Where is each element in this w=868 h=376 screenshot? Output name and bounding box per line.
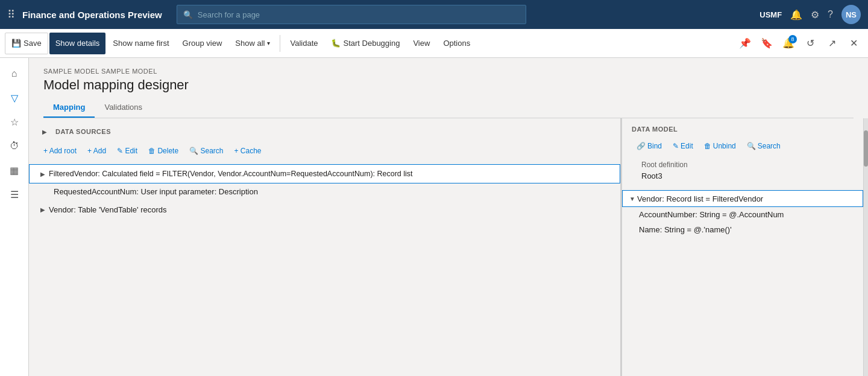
edit-button[interactable]: ✎ Edit <box>112 142 142 159</box>
tab-mapping[interactable]: Mapping <box>43 98 95 118</box>
data-sources-tree: ▶ FilteredVendor: Calculated field = FIL… <box>29 164 620 376</box>
top-navigation: ⠿ Finance and Operations Preview 🔍 USMF … <box>0 0 868 29</box>
root-definition-value: Root3 <box>641 171 844 180</box>
root-definition-section: Root definition Root3 <box>632 161 854 185</box>
page-title: Model mapping designer <box>43 77 854 93</box>
bind-icon: 🔗 <box>637 142 646 150</box>
options-button[interactable]: Options <box>437 33 476 54</box>
show-all-button[interactable]: Show all ▾ <box>229 33 276 54</box>
dm-tree-row-vendor-record[interactable]: ▼ Vendor: Record list = FilteredVendor <box>622 190 863 207</box>
data-sources-header: ▶ DATA SOURCES <box>29 118 620 142</box>
unbind-icon: 🗑 <box>704 142 711 150</box>
open-in-new-icon[interactable]: ↗ <box>822 34 841 53</box>
data-model-toolbar: 🔗 Bind ✎ Edit 🗑 Unbind 🔍 <box>632 138 854 155</box>
tree-row-vendor[interactable]: ▶ Vendor: Table 'VendTable' records <box>29 200 620 219</box>
designer-area: ▶ DATA SOURCES + Add root + Add ✎ Edit 🗑… <box>29 118 868 376</box>
page-tabs: Mapping Validations <box>43 98 854 118</box>
save-icon: 💾 <box>11 39 21 48</box>
search-input[interactable] <box>198 10 520 19</box>
sidebar-item-recent[interactable]: ⏱ <box>4 135 25 157</box>
app-grid-icon[interactable]: ⠿ <box>7 8 15 21</box>
toolbar-separator <box>280 35 280 52</box>
dm-search-icon: 🔍 <box>747 142 756 150</box>
dm-edit-button[interactable]: ✎ Edit <box>668 138 698 155</box>
page-header: SAMPLE MODEL SAMPLE MODEL Model mapping … <box>29 58 868 118</box>
breadcrumb: SAMPLE MODEL SAMPLE MODEL <box>43 68 854 75</box>
main-layout: ⌂ ▽ ☆ ⏱ ▦ ☰ SAMPLE MODEL SAMPLE MODEL Mo… <box>0 58 868 376</box>
search-button[interactable]: 🔍 Search <box>184 142 228 159</box>
notification-icon[interactable]: 🔔 <box>790 9 802 21</box>
right-scrollbar[interactable] <box>863 118 868 376</box>
global-search-bar[interactable]: 🔍 <box>177 5 526 24</box>
sidebar-item-filter[interactable]: ▽ <box>4 87 25 109</box>
sidebar-item-calendar[interactable]: ▦ <box>4 159 25 181</box>
sidebar-item-home[interactable]: ⌂ <box>4 63 25 84</box>
search-icon: 🔍 <box>183 10 193 19</box>
vendor-label: Vendor: Table 'VendTable' records <box>49 205 167 214</box>
validate-button[interactable]: Validate <box>284 33 324 54</box>
page-toolbar: 💾 Save Show details Show name first Grou… <box>0 29 868 58</box>
toolbar-right-actions: 📌 🔖 🔔 8 ↺ ↗ ✕ <box>735 34 863 53</box>
sidebar-item-list[interactable]: ☰ <box>4 183 25 205</box>
data-model-panel: DATA MODEL 🔗 Bind ✎ Edit 🗑 Unbind <box>622 118 863 376</box>
start-debugging-button[interactable]: 🐛 Start Debugging <box>325 33 406 54</box>
data-model-header: DATA MODEL 🔗 Bind ✎ Edit 🗑 Unbind <box>622 118 863 190</box>
account-number-label: AccountNumber: String = @.AccountNum <box>639 210 784 219</box>
company-selector[interactable]: USMF <box>760 10 782 19</box>
bind-button[interactable]: 🔗 Bind <box>632 138 667 155</box>
tree-row-filtered-vendor[interactable]: ▶ FilteredVendor: Calculated field = FIL… <box>29 164 620 183</box>
add-button[interactable]: + Add <box>83 142 111 159</box>
data-sources-panel: ▶ DATA SOURCES + Add root + Add ✎ Edit 🗑… <box>29 118 622 376</box>
top-nav-right: USMF 🔔 ⚙ ? NS <box>760 5 861 24</box>
save-button[interactable]: 💾 Save <box>5 33 48 54</box>
close-icon[interactable]: ✕ <box>844 34 863 53</box>
expand-vendor-icon[interactable]: ▶ <box>37 203 49 215</box>
show-details-button[interactable]: Show details <box>49 33 106 54</box>
debug-icon: 🐛 <box>331 39 341 48</box>
dm-edit-icon: ✎ <box>673 142 679 150</box>
sidebar-item-favorites[interactable]: ☆ <box>4 111 25 133</box>
dm-search-button[interactable]: 🔍 Search <box>742 138 785 155</box>
show-name-first-button[interactable]: Show name first <box>107 33 175 54</box>
root-definition-label: Root definition <box>641 161 844 169</box>
filtered-vendor-label: FilteredVendor: Calculated field = FILTE… <box>49 170 413 178</box>
app-title: Finance and Operations Preview <box>22 10 162 20</box>
refresh-icon[interactable]: ↺ <box>800 34 820 53</box>
tab-validations[interactable]: Validations <box>95 98 152 118</box>
ds-collapse-button[interactable]: ▶ <box>39 126 51 138</box>
help-icon[interactable]: ? <box>828 9 833 20</box>
expand-filtered-vendor-icon[interactable]: ▶ <box>37 168 49 180</box>
collapse-vendor-record-icon[interactable]: ▼ <box>627 194 637 203</box>
group-view-button[interactable]: Group view <box>177 33 228 54</box>
avatar[interactable]: NS <box>841 5 861 24</box>
data-model-tree: ▼ Vendor: Record list = FilteredVendor A… <box>622 190 863 376</box>
main-content: SAMPLE MODEL SAMPLE MODEL Model mapping … <box>29 58 868 376</box>
pin-icon[interactable]: 📌 <box>735 34 755 53</box>
bookmark-icon[interactable]: 🔖 <box>757 34 776 53</box>
vendor-record-label: Vendor: Record list = FilteredVendor <box>637 194 763 203</box>
dm-tree-row-account-number[interactable]: AccountNumber: String = @.AccountNum <box>622 207 863 222</box>
delete-button[interactable]: 🗑 Delete <box>143 142 183 159</box>
data-model-title: DATA MODEL <box>632 126 854 133</box>
settings-icon[interactable]: ⚙ <box>811 9 819 21</box>
add-root-button[interactable]: + Add root <box>39 142 81 159</box>
show-all-dropdown-icon: ▾ <box>267 40 270 46</box>
unbind-button[interactable]: 🗑 Unbind <box>699 138 741 155</box>
left-sidebar: ⌂ ▽ ☆ ⏱ ▦ ☰ <box>0 58 29 376</box>
tree-row-requested-account[interactable]: RequestedAccountNum: User input paramete… <box>29 183 620 200</box>
requested-account-label: RequestedAccountNum: User input paramete… <box>54 187 258 196</box>
dm-tree-row-name[interactable]: Name: String = @.'name()' <box>622 222 863 237</box>
cache-button[interactable]: + Cache <box>229 142 266 159</box>
scrollbar-thumb[interactable] <box>864 130 868 167</box>
data-sources-title: DATA SOURCES <box>55 128 111 135</box>
name-label: Name: String = @.'name()' <box>639 225 732 234</box>
notification-count-badge: 8 <box>788 35 797 43</box>
data-sources-toolbar: + Add root + Add ✎ Edit 🗑 Delete 🔍 Searc… <box>29 142 620 164</box>
view-button[interactable]: View <box>407 33 436 54</box>
notification-badge-button[interactable]: 🔔 8 <box>779 34 798 53</box>
